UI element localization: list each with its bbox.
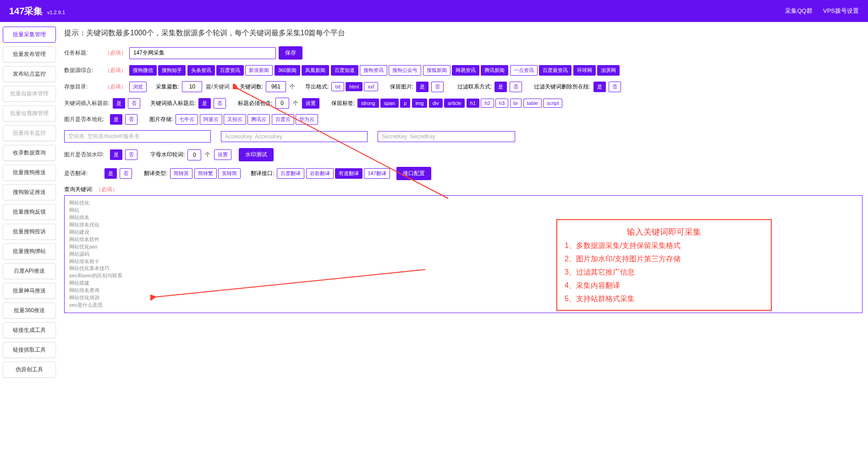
export-format-option[interactable]: html	[346, 82, 363, 91]
title-must-set[interactable]: 设置	[302, 98, 319, 109]
browse-button[interactable]: 浏览	[129, 82, 147, 92]
keyword-count-input[interactable]	[266, 81, 286, 92]
datasource-option[interactable]: 百度知道	[331, 65, 358, 76]
keyword-textarea[interactable]: 网站优化网站网站排名网站排名优化网站建设网站排名软件网站优化seo网站源码网站排…	[64, 195, 863, 313]
keep-image-no[interactable]: 否	[431, 82, 444, 92]
datasource-option[interactable]: 搜狗公众号	[389, 65, 421, 76]
filter-para-no[interactable]: 否	[609, 82, 621, 92]
letter-rotate-label: 字母水印轮词:	[150, 151, 185, 159]
keep-tag-option[interactable]: script	[543, 99, 562, 108]
save-dir-label: 存放目录:	[64, 83, 102, 91]
sidebar-item[interactable]: 批量采集管理	[3, 27, 56, 43]
sidebar-item[interactable]: 批量搜狗推送	[3, 165, 56, 181]
datasource-option[interactable]: 搜狗资讯	[360, 65, 387, 76]
sidebar-item[interactable]: 批量短视频管理	[3, 105, 56, 121]
vps-settings-link[interactable]: VPS拨号设置	[823, 7, 859, 14]
save-button[interactable]: 保存	[279, 46, 302, 60]
datasource-option[interactable]: 百度资讯	[216, 65, 244, 76]
datasource-option[interactable]: 头条资讯	[187, 65, 215, 76]
filter-contact-yes[interactable]: 是	[494, 82, 507, 92]
translate-type-option[interactable]: 简转英	[170, 168, 192, 179]
translate-api-option[interactable]: 百度翻译	[277, 168, 304, 179]
sidebar-item[interactable]: 链接抓取工具	[3, 342, 56, 358]
datasource-option[interactable]: 澎湃网	[597, 65, 620, 76]
insert-before-no[interactable]: 否	[128, 98, 140, 109]
watermark-no[interactable]: 否	[125, 149, 137, 160]
storage-option[interactable]: 七牛云	[176, 114, 198, 125]
letter-rotate-input[interactable]	[187, 149, 201, 160]
watermark-yes[interactable]: 是	[110, 149, 122, 160]
export-format-option[interactable]: txt	[331, 82, 344, 91]
img-local-yes[interactable]: 是	[110, 114, 122, 125]
keep-tag-option[interactable]: h1	[467, 99, 479, 108]
sidebar-item[interactable]: 收录数据查询	[3, 145, 56, 161]
translate-api-option[interactable]: 谷歌翻译	[306, 168, 334, 179]
datasource-option[interactable]: 环球网	[573, 65, 596, 76]
sidebar-item[interactable]: 伪原创工具	[3, 362, 56, 378]
datasource-option[interactable]: 凤凰新闻	[302, 65, 329, 76]
storage-option[interactable]: 阿里云	[200, 114, 222, 125]
watermark-test-button[interactable]: 水印测试	[239, 148, 274, 161]
keep-tag-option[interactable]: h3	[495, 99, 508, 108]
translate-api-option[interactable]: 有道翻译	[335, 168, 363, 179]
space-name-field[interactable]: 空间名 空间名/bucket/服务名	[64, 130, 211, 143]
keep-tag-option[interactable]: table	[523, 99, 542, 108]
insert-after-no[interactable]: 否	[214, 98, 226, 109]
datasource-option[interactable]: 360新闻	[275, 65, 300, 76]
img-storage-label: 图片存储:	[149, 116, 173, 123]
keep-tag-option[interactable]: span	[380, 99, 399, 108]
keep-tag-option[interactable]: br	[510, 99, 522, 108]
sidebar-item[interactable]: 批量360推送	[3, 303, 56, 319]
collect-count-input[interactable]	[182, 81, 202, 92]
keep-tag-option[interactable]: h2	[481, 99, 494, 108]
storage-option[interactable]: 百度云	[272, 114, 294, 125]
title-must-count[interactable]	[275, 98, 289, 109]
keep-tag-option[interactable]: img	[412, 99, 428, 108]
filter-contact-no[interactable]: 否	[510, 82, 522, 92]
datasource-option[interactable]: 新浪新闻	[245, 65, 273, 76]
datasource-option[interactable]: 一点资讯	[510, 65, 538, 76]
api-config-button[interactable]: 接口配置	[396, 167, 431, 180]
keep-tag-option[interactable]: div	[429, 99, 443, 108]
sidebar-item[interactable]: 批量发布管理	[3, 46, 56, 62]
sidebar-item[interactable]: 链接生成工具	[3, 322, 56, 338]
sidebar-item[interactable]: 批量排名监控	[3, 125, 56, 141]
datasource-option[interactable]: 搜狐新闻	[423, 65, 450, 76]
translate-yes[interactable]: 是	[104, 168, 117, 179]
letter-set-button[interactable]: 设置	[214, 149, 231, 160]
datasource-option[interactable]: 百度最资讯	[539, 65, 571, 76]
datasource-option[interactable]: 搜狗微信	[129, 65, 157, 76]
sidebar-item[interactable]: 批量搜狗绑站	[3, 243, 56, 259]
keep-image-yes[interactable]: 是	[416, 82, 429, 92]
translate-type-option[interactable]: 简转繁	[194, 168, 217, 179]
storage-option[interactable]: 华为云	[296, 114, 318, 125]
task-title-input[interactable]	[129, 47, 276, 59]
insert-after-yes[interactable]: 是	[198, 98, 211, 109]
sidebar-item[interactable]: 搜狗验证推送	[3, 184, 56, 200]
translate-no[interactable]: 否	[120, 168, 132, 179]
sidebar-item[interactable]: 发布站点监控	[3, 66, 56, 82]
datasource-label: 数据源综合:	[64, 66, 102, 74]
sidebar-item[interactable]: 批量神马推送	[3, 283, 56, 299]
access-key-field[interactable]: AccessKey AccessKey	[221, 131, 368, 142]
storage-option[interactable]: 腾讯云	[247, 114, 270, 125]
storage-option[interactable]: 又拍云	[224, 114, 246, 125]
filter-para-yes[interactable]: 是	[593, 82, 606, 92]
translate-api-option[interactable]: 147翻译	[364, 168, 390, 179]
datasource-option[interactable]: 网易资讯	[452, 65, 479, 76]
keep-tag-option[interactable]: article	[444, 99, 465, 108]
qq-group-link[interactable]: 采集QQ群	[785, 7, 812, 14]
secret-key-field[interactable]: SecretKey SecretKey	[378, 131, 515, 142]
img-local-no[interactable]: 否	[125, 114, 137, 125]
datasource-option[interactable]: 搜狗知乎	[158, 65, 186, 76]
sidebar-item[interactable]: 百度API推送	[3, 263, 56, 279]
sidebar-item[interactable]: 批量搜狗反馈	[3, 204, 56, 220]
translate-type-option[interactable]: 英转简	[218, 168, 241, 179]
datasource-option[interactable]: 腾讯新闻	[481, 65, 508, 76]
export-format-option[interactable]: xxf	[364, 82, 378, 91]
keep-tag-option[interactable]: strong	[357, 99, 379, 108]
sidebar-item[interactable]: 批量搜狗投诉	[3, 224, 56, 240]
sidebar-item[interactable]: 批量自媒体管理	[3, 86, 56, 102]
keep-tag-option[interactable]: p	[400, 99, 410, 108]
insert-before-yes[interactable]: 是	[113, 98, 125, 109]
